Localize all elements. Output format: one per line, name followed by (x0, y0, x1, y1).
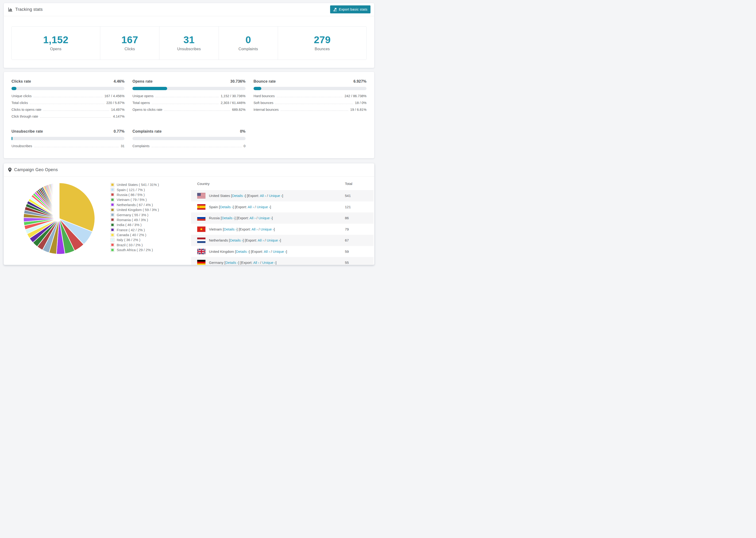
metric-row: Total opens2,303 / 61.446% (133, 101, 245, 108)
stat-label: Unsubscribes (177, 47, 201, 51)
metric-label: Opens to clicks rate (133, 108, 162, 112)
geo-country-table: Country Total United States [Details ›] … (191, 177, 374, 265)
dotted-leader (275, 104, 353, 104)
metric-value: 167 / 4.456% (104, 94, 125, 98)
progress-bar-track (133, 87, 245, 90)
table-row-spain: Spain [Details ›] [Export: All › / Uniqu… (191, 201, 374, 213)
legend-item-south-africa: South Africa ( 29 / 2% ) (111, 247, 159, 252)
rate-percent: 0.77% (114, 129, 125, 134)
export-all-link-united-kingdom[interactable]: All › (264, 249, 270, 253)
export-all-link-united-states[interactable]: All › (260, 194, 266, 198)
details-link-germany[interactable]: Details › (225, 260, 238, 265)
details-link-united-kingdom[interactable]: Details › (236, 249, 249, 253)
progress-bar-track (253, 87, 366, 90)
total-value: 79 (345, 227, 374, 231)
legend-item-brazil: Brazil ( 33 / 2% ) (111, 242, 159, 247)
rate-percent: 6.927% (353, 79, 366, 83)
metric-row: Complaints0 (133, 144, 245, 151)
details-link-netherlands[interactable]: Details › (230, 238, 243, 242)
legend-swatch (111, 198, 114, 202)
metric-row: Unique opens1,152 / 30.736% (133, 94, 245, 101)
metric-value: 0 (244, 144, 245, 148)
export-all-link-netherlands[interactable]: All › (258, 238, 264, 242)
export-all-link-vietnam[interactable]: All › (251, 227, 257, 231)
table-header-row: Country Total (191, 177, 374, 190)
metric-row: Unsubscribes31 (12, 144, 125, 151)
pie-legend: United States ( 541 / 31% )Spain ( 121 /… (111, 182, 159, 252)
tracking-stats-card: Tracking stats Export basic stats 1,152O… (4, 3, 374, 68)
details-link-united-states[interactable]: Details › (232, 194, 245, 198)
rate-block-complaints-rate: Complaints rate0%Complaints0 (133, 128, 245, 151)
export-unique-link-vietnam[interactable]: Unique › (261, 227, 274, 231)
progress-bar-track (12, 137, 125, 140)
export-all-link-germany[interactable]: All › (253, 260, 259, 265)
export-unique-link-germany[interactable]: Unique › (262, 260, 276, 265)
metric-value: 689.82% (232, 108, 245, 112)
total-value: 541 (345, 194, 374, 198)
flag-icon-vn (197, 227, 205, 232)
stat-value: 1,152 (43, 35, 69, 45)
details-link-spain[interactable]: Details › (220, 205, 233, 209)
rate-title: Unsubscribe rate (12, 129, 43, 134)
table-row-netherlands: Netherlands [Details ›] [Export: All › /… (191, 235, 374, 246)
pie-slice-other[interactable] (59, 183, 59, 219)
legend-item-netherlands: Netherlands ( 67 / 4% ) (111, 202, 159, 207)
stat-cell-unsubscribes: 31Unsubscribes (159, 27, 219, 60)
export-unique-link-united-kingdom[interactable]: Unique › (273, 249, 286, 253)
rate-percent: 4.46% (114, 79, 125, 83)
tracking-stats-title: Tracking stats (15, 7, 43, 12)
table-row-united-kingdom: United Kingdom [Details ›] [Export: All … (191, 246, 374, 257)
legend-item-germany: Germany ( 55 / 3% ) (111, 212, 159, 217)
legend-swatch (111, 233, 114, 237)
export-unique-link-netherlands[interactable]: Unique › (267, 238, 280, 242)
metric-row: Unique clicks167 / 4.456% (12, 94, 125, 101)
metric-row: Soft bounces18 / 0% (253, 101, 366, 108)
metric-label: Unique clicks (12, 94, 31, 98)
metric-value: 31 (121, 144, 125, 148)
legend-label: Brazil ( 33 / 2% ) (117, 243, 143, 247)
export-unique-link-united-states[interactable]: Unique › (269, 194, 282, 198)
legend-swatch (111, 243, 114, 247)
table-row-vietnam: Vietnam [Details ›] [Export: All › / Uni… (191, 224, 374, 235)
metric-label: Soft bounces (253, 101, 274, 105)
details-link-vietnam[interactable]: Details › (224, 227, 237, 231)
stat-value: 31 (183, 35, 195, 45)
progress-bar-fill (253, 87, 261, 90)
details-link-russia[interactable]: Details › (222, 216, 235, 220)
stat-label: Bounces (315, 47, 330, 51)
map-pin-icon (8, 168, 12, 172)
geo-title: Campaign Geo Opens (14, 167, 58, 172)
metric-label: Total opens (133, 101, 150, 105)
metric-label: Complaints (133, 144, 149, 148)
table-row-united-states: United States [Details ›] [Export: All ›… (191, 190, 374, 201)
metric-value: 220 / 5.87% (106, 101, 125, 105)
legend-swatch (111, 213, 114, 217)
legend-label: Germany ( 55 / 3% ) (117, 213, 148, 217)
legend-label: South Africa ( 29 / 2% ) (117, 248, 153, 252)
export-unique-link-russia[interactable]: Unique › (258, 216, 272, 220)
stat-cell-clicks: 167Clicks (100, 27, 159, 60)
metric-label: Clicks to opens rate (12, 108, 41, 112)
metric-value: 19 / 6.81% (350, 108, 366, 112)
metric-row: Click through rate4.147% (12, 115, 125, 121)
legend-swatch (111, 228, 114, 232)
export-icon (333, 8, 337, 11)
export-unique-link-spain[interactable]: Unique › (257, 205, 270, 209)
total-value: 121 (345, 205, 374, 209)
metric-value: 1,152 / 30.736% (221, 94, 245, 98)
metric-label: Hard bounces (253, 94, 275, 98)
metric-row: Opens to clicks rate689.82% (133, 108, 245, 115)
legend-label: Romania ( 49 / 3% ) (117, 218, 148, 222)
export-all-link-spain[interactable]: All › (248, 205, 254, 209)
export-basic-stats-button[interactable]: Export basic stats (330, 5, 370, 13)
export-all-link-russia[interactable]: All › (249, 216, 256, 220)
rate-title: Opens rate (133, 79, 153, 83)
flag-icon-us (197, 193, 205, 198)
legend-label: United Kingdom ( 59 / 3% ) (117, 208, 159, 212)
geo-header: Campaign Geo Opens (4, 163, 374, 177)
metric-label: Total clicks (12, 101, 28, 105)
flag-icon-nl (197, 238, 205, 243)
metric-label: Click through rate (12, 115, 38, 118)
legend-item-india: India ( 46 / 3% ) (111, 222, 159, 227)
legend-item-united-kingdom: United Kingdom ( 59 / 3% ) (111, 207, 159, 212)
